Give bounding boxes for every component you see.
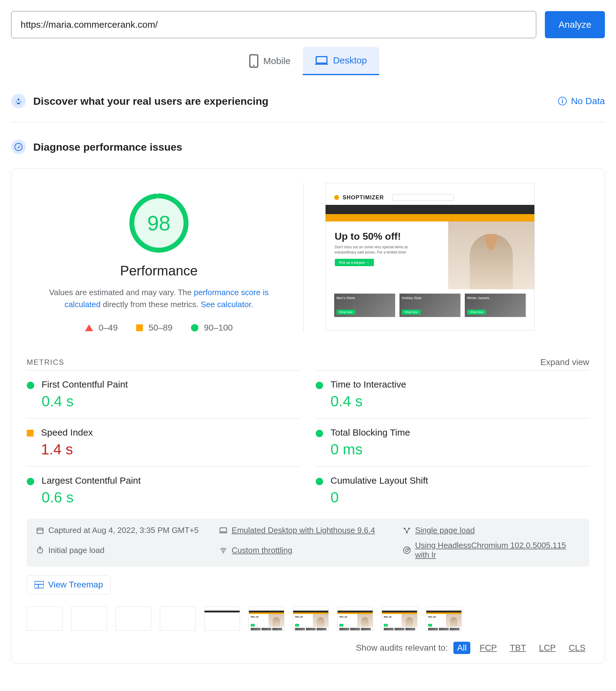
timer-icon	[36, 546, 44, 554]
performance-label: Performance	[120, 263, 198, 279]
legend-fail: 0–49	[85, 323, 118, 333]
filmstrip-frame[interactable]	[160, 607, 196, 631]
device-tabs: Mobile Desktop	[11, 47, 605, 75]
metric-name: Total Blocking Time	[330, 427, 589, 438]
metric-indicator	[27, 478, 34, 485]
discover-icon	[11, 94, 26, 108]
tab-mobile-label: Mobile	[263, 56, 290, 66]
info-chrome: Using HeadlessChromium 102.0.5005.115 wi…	[403, 541, 580, 560]
svg-point-1	[253, 65, 255, 66]
tab-desktop[interactable]: Desktop	[303, 47, 379, 75]
network-icon	[403, 526, 411, 535]
info-throttling: Custom throttling	[219, 541, 396, 560]
view-treemap-button[interactable]: View Treemap	[27, 575, 111, 594]
discover-section: Discover what your real users are experi…	[11, 87, 605, 122]
audit-chip-cls[interactable]: CLS	[565, 642, 589, 654]
filmstrip-frame[interactable]	[71, 607, 107, 631]
filmstrip-frame[interactable]	[27, 607, 63, 631]
calendar-icon	[36, 526, 44, 535]
filmstrip-frame[interactable]: 50% offGo	[293, 607, 329, 631]
score-legend: 0–49 50–89 90–100	[85, 323, 233, 333]
info-initial: Initial page load	[36, 541, 213, 560]
discover-title: Discover what your real users are experi…	[33, 95, 268, 107]
svg-rect-2	[316, 57, 327, 63]
svg-rect-10	[37, 528, 43, 533]
svg-point-22	[405, 549, 408, 552]
metric-value: 1.4 s	[41, 441, 300, 458]
info-captured: Captured at Aug 4, 2022, 3:35 PM GMT+5	[36, 525, 213, 535]
audit-chip-tbt[interactable]: TBT	[506, 642, 530, 654]
filmstrip-frame[interactable]: 50% offGo	[426, 607, 462, 631]
wifi-icon	[219, 546, 227, 554]
diagnose-icon	[11, 139, 26, 154]
triangle-icon	[85, 324, 93, 331]
metric-name: Time to Interactive	[330, 379, 589, 390]
nodata-link[interactable]: i No Data	[558, 96, 605, 106]
info-single: Single page load	[403, 525, 580, 535]
mobile-icon	[249, 54, 258, 68]
metric-value: 0	[330, 489, 589, 506]
filmstrip-frame[interactable]	[204, 607, 240, 631]
metric-item: First Contentful Paint0.4 s	[27, 370, 300, 418]
metric-indicator	[316, 382, 323, 389]
metric-name: Cumulative Layout Shift	[330, 475, 589, 486]
audit-chip-fcp[interactable]: FCP	[476, 642, 501, 654]
svg-rect-12	[220, 528, 227, 532]
desktop-icon	[219, 526, 227, 535]
svg-point-6	[20, 101, 22, 103]
svg-point-5	[16, 101, 17, 103]
metric-indicator	[27, 382, 34, 389]
legend-pass: 90–100	[191, 323, 233, 333]
score-value: 98	[128, 192, 190, 254]
analyze-button[interactable]: Analyze	[545, 11, 605, 38]
info-icon: i	[558, 97, 567, 105]
legend-avg: 50–89	[136, 323, 173, 333]
metric-item: Total Blocking Time0 ms	[316, 418, 589, 467]
filmstrip-frame[interactable]: 50% offGo	[248, 607, 284, 631]
expand-view-link[interactable]: Expand view	[540, 358, 589, 367]
filmstrip-frame[interactable]: 50% offGo	[381, 607, 417, 631]
audit-chip-all[interactable]: All	[454, 642, 470, 654]
metric-name: First Contentful Paint	[42, 379, 300, 390]
metric-item: Cumulative Layout Shift0	[316, 467, 589, 515]
treemap-icon	[35, 581, 44, 588]
diagnose-title: Diagnose performance issues	[33, 141, 182, 153]
audit-chip-lcp[interactable]: LCP	[535, 642, 559, 654]
filmstrip: 50% offGo 50% offGo 50% offGo 50% offGo …	[27, 607, 589, 631]
metrics-heading: METRICS	[27, 358, 64, 367]
desktop-icon	[315, 56, 328, 65]
audits-label: Show audits relevant to:	[356, 643, 448, 653]
environment-info: Captured at Aug 4, 2022, 3:35 PM GMT+5 E…	[27, 519, 589, 566]
metric-indicator	[316, 430, 323, 437]
circle-icon	[191, 324, 198, 331]
info-emulated: Emulated Desktop with Lighthouse 9.6.4	[219, 525, 396, 535]
search-bar: Analyze	[11, 11, 605, 38]
metric-item: Largest Contentful Paint0.6 s	[27, 467, 300, 515]
metrics-grid: First Contentful Paint0.4 sTime to Inter…	[27, 370, 589, 515]
metric-indicator	[27, 430, 34, 436]
score-box: 98 Performance Values are estimated and …	[27, 183, 304, 333]
square-icon	[136, 324, 143, 331]
calculator-link[interactable]: See calculator.	[201, 300, 254, 309]
preview-screenshot: SHOPTIMIZER Up to 50% off! Don't miss ou…	[325, 183, 535, 331]
score-gauge: 98	[128, 192, 190, 254]
metric-value: 0.6 s	[42, 489, 300, 506]
metric-name: Speed Index	[41, 427, 300, 438]
performance-card: 98 Performance Values are estimated and …	[11, 169, 605, 664]
svg-point-20	[223, 553, 224, 553]
score-description: Values are estimated and may vary. The p…	[34, 286, 284, 310]
page-preview: SHOPTIMIZER Up to 50% off! Don't miss ou…	[313, 183, 590, 331]
metric-value: 0.4 s	[42, 393, 300, 410]
url-input[interactable]	[11, 11, 536, 38]
metric-name: Largest Contentful Paint	[42, 475, 300, 486]
audits-filter: Show audits relevant to: All FCP TBT LCP…	[27, 642, 589, 654]
metric-item: Speed Index1.4 s	[27, 418, 300, 467]
svg-point-21	[403, 547, 410, 554]
svg-point-4	[18, 99, 19, 101]
tab-mobile[interactable]: Mobile	[237, 47, 303, 75]
tab-desktop-label: Desktop	[333, 55, 367, 66]
filmstrip-frame[interactable]: 50% offGo	[337, 607, 373, 631]
filmstrip-frame[interactable]	[115, 607, 151, 631]
metric-item: Time to Interactive0.4 s	[316, 370, 589, 418]
nodata-label: No Data	[571, 96, 605, 106]
